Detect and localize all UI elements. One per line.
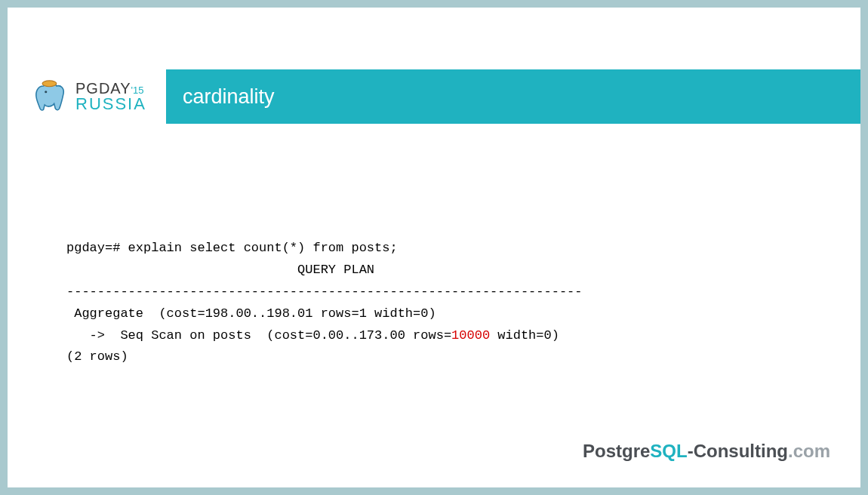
title-bar: cardinality [166,69,860,124]
code-line-5a: -> Seq Scan on posts (cost=0.00..173.00 … [66,328,451,343]
code-block: pgday=# explain select count(*) from pos… [66,238,815,368]
code-highlight: 10000 [451,328,490,343]
code-line-6: (2 rows) [66,349,128,364]
svg-point-1 [45,91,47,93]
footer-part4: .com [788,441,830,461]
slide-title: cardinality [183,85,275,109]
slide: PGDAY'15 RUSSIA cardinality pgday=# expl… [8,8,860,487]
code-line-5b: width=0) [490,328,559,343]
footer-part2: SQL [650,441,687,461]
svg-point-0 [42,81,57,87]
event-logo: PGDAY'15 RUSSIA [8,69,166,124]
code-line-4: Aggregate (cost=198.00..198.01 rows=1 wi… [66,306,436,321]
code-line-3: ----------------------------------------… [66,284,583,299]
logo-line1-wrap: PGDAY'15 [75,81,146,96]
logo-line2: RUSSIA [75,96,146,112]
footer-part3: -Consulting [688,441,788,461]
footer: PostgreSQL-Consulting.com [8,441,860,462]
footer-part1: Postgre [583,441,650,461]
header: PGDAY'15 RUSSIA cardinality [8,69,860,124]
elephant-icon [32,78,69,115]
logo-text: PGDAY'15 RUSSIA [75,81,146,112]
code-line-2: QUERY PLAN [66,263,374,277]
code-line-1: pgday=# explain select count(*) from pos… [66,241,398,255]
